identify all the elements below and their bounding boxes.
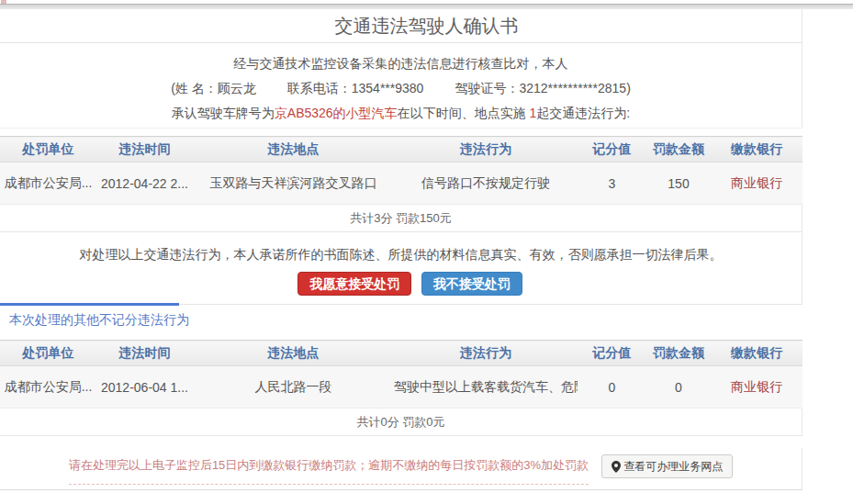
confirm-suffix: 起交通违法行为: [536,106,630,120]
cell-violation-place: 人民北路一段 [193,366,394,409]
intro-section: 经与交通技术监控设备采集的违法信息进行核查比对，本人 (姓 名：顾云龙联系电话：… [0,43,802,129]
scored-summary: 共计3分 罚款150元 [0,205,802,232]
cell-violation-time: 2012-04-22 2... [96,162,193,205]
cell-fine-amount: 150 [646,162,711,205]
scored-violation-row: 成都市公安局... 2012-04-22 2... 玉双路与天祥滨河路交叉路口 … [0,162,802,205]
col-header-points: 记分值 [578,341,646,366]
bank-link[interactable]: 商业银行 [731,175,782,190]
intro-line-2: (姓 名：顾云龙联系电话：1354***9380驾驶证号：3212*******… [0,76,802,101]
unscored-summary: 共计0分 罚款0元 [0,409,802,436]
unscored-violations-block: 处罚单位 违法时间 违法地点 违法行为 记分值 罚款金额 缴款银行 成都市公安局… [0,340,802,436]
name-label: (姓 名： [171,81,218,95]
col-header-payment-bank: 缴款银行 [711,137,802,162]
scored-violations-table: 处罚单位 违法时间 违法地点 违法行为 记分值 罚款金额 缴款银行 成都市公安局… [0,136,802,205]
view-branches-label: 查看可办理业务网点 [623,459,723,475]
intro-line-3: 承认驾驶车牌号为京AB5326的小型汽车在以下时间、地点实施 1起交通违法行为: [0,101,802,126]
col-header-points: 记分值 [578,137,646,162]
col-header-violation-behavior: 违法行为 [394,137,578,162]
cell-payment-bank: 商业银行 [711,366,802,409]
reject-penalty-button[interactable]: 我不接受处罚 [421,272,522,296]
confirm-prefix: 承认驾驶车牌号为 [172,106,275,120]
col-header-punish-unit: 处罚单位 [0,341,96,366]
spacer [0,129,853,136]
other-violations-tab-section: 本次处理的其他不记分违法行为 [0,304,802,337]
col-header-punish-unit: 处罚单位 [0,137,96,162]
cell-fine-amount: 0 [646,366,711,409]
map-pin-icon [612,461,621,473]
title-section: 交通违法驾驶人确认书 [0,9,802,43]
license-value: 3212**********2815) [519,81,630,95]
statement-section: 对处理以上交通违法行为，本人承诺所作的书面陈述、所提供的材料信息真实、有效，否则… [0,232,802,304]
confirm-middle: 在以下时间、地点实施 [398,106,530,120]
accept-penalty-button[interactable]: 我愿意接受处罚 [297,272,411,296]
plate-number: 京AB5326的小型汽车 [275,106,398,120]
col-header-violation-place: 违法地点 [193,341,394,366]
cell-points: 0 [578,366,646,409]
license-label: 驾驶证号： [455,81,519,95]
main-content: 交通违法驾驶人确认书 经与交通技术监控设备采集的违法信息进行核查比对，本人 (姓… [0,9,853,490]
col-header-violation-time: 违法时间 [96,137,193,162]
tab-active-indicator [0,303,179,306]
page-title: 交通违法驾驶人确认书 [0,9,853,42]
cell-payment-bank: 商业银行 [711,162,802,205]
col-header-payment-bank: 缴款银行 [711,341,802,366]
cell-violation-place: 玉双路与天祥滨河路交叉路口 [193,162,394,205]
cell-violation-behavior: 信号路口不按规定行驶 [394,162,578,205]
scored-violations-block: 处罚单位 违法时间 违法地点 违法行为 记分值 罚款金额 缴款银行 成都市公安局… [0,136,802,232]
cell-violation-behavior: 驾驶中型以上载客载货汽车、危险... [394,366,578,409]
phone-value: 1354***9380 [352,81,424,95]
col-header-fine-amount: 罚款金额 [646,137,711,162]
col-header-violation-time: 违法时间 [96,341,193,366]
payment-notice-text: 请在处理完以上电子监控后15日内到缴款银行缴纳罚款；逾期不缴纳的每日按罚款额的3… [69,457,589,485]
unscored-violation-row: 成都市公安局... 2012-06-04 1... 人民北路一段 驾驶中型以上载… [0,366,802,409]
table-header-row: 处罚单位 违法时间 违法地点 违法行为 记分值 罚款金额 缴款银行 [0,341,802,366]
action-button-row: 我愿意接受处罚 我不接受处罚 [0,272,802,296]
view-branches-button[interactable]: 查看可办理业务网点 [601,454,733,478]
col-header-violation-behavior: 违法行为 [394,341,578,366]
driver-name: 顾云龙 [218,81,256,95]
col-header-fine-amount: 罚款金额 [646,341,711,366]
tab-other-violations[interactable]: 本次处理的其他不记分违法行为 [0,305,189,335]
cell-points: 3 [578,162,646,205]
statement-text: 对处理以上交通违法行为，本人承诺所作的书面陈述、所提供的材料信息真实、有效，否则… [0,247,802,263]
intro-line-1: 经与交通技术监控设备采集的违法信息进行核查比对，本人 [0,51,802,76]
cell-punish-unit: 成都市公安局... [0,162,96,205]
cell-violation-time: 2012-06-04 1... [96,366,193,409]
phone-label: 联系电话： [287,81,352,95]
cell-punish-unit: 成都市公安局... [0,366,96,409]
table-header-row: 处罚单位 违法时间 违法地点 违法行为 记分值 罚款金额 缴款银行 [0,137,802,162]
col-header-violation-place: 违法地点 [193,137,394,162]
unscored-violations-table: 处罚单位 违法时间 违法地点 违法行为 记分值 罚款金额 缴款银行 成都市公安局… [0,340,802,409]
payment-notice-section: 请在处理完以上电子监控后15日内到缴款银行缴纳罚款；逾期不缴纳的每日按罚款额的3… [0,448,802,490]
spacer [0,436,853,448]
bank-link[interactable]: 商业银行 [731,379,782,394]
